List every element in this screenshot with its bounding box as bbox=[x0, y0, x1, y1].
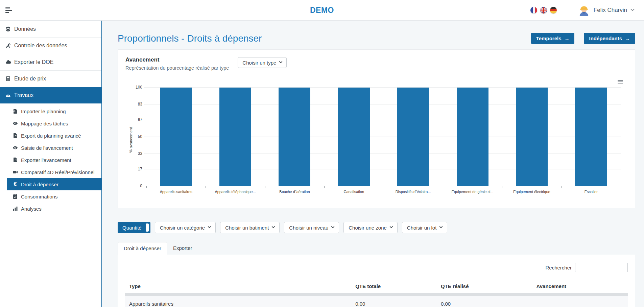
bar bbox=[516, 88, 548, 186]
sidebar-item-exporter-le-doe[interactable]: Exporter le DOE bbox=[0, 54, 101, 70]
sidebar-item-comparatif-4d-reel-previsionnel[interactable]: Comparatif 4D Réel/Prévisionnel bbox=[7, 166, 101, 178]
search-label: Rechercher bbox=[545, 265, 572, 270]
sidebar-menu: DonnéesControle des donnéesExporter le D… bbox=[0, 21, 101, 217]
user-menu[interactable]: Felix Charvin bbox=[578, 4, 634, 17]
bar bbox=[397, 88, 429, 186]
sidebar-item-export-du-planning-avance[interactable]: Export du planning avancé bbox=[7, 129, 101, 142]
sidebar-item-label: Export du planning avancé bbox=[21, 133, 81, 139]
header-row: TypeQTE totaleQTE réaliséAvancement bbox=[125, 279, 628, 293]
x-axis-tick bbox=[265, 186, 265, 188]
table-head: TypeQTE totaleQTE réaliséAvancement bbox=[125, 279, 628, 293]
sidebar-item-importer-le-planning[interactable]: Importer le planning bbox=[7, 105, 101, 117]
bar-chart: % avancement 01733506783100 Appareils sa… bbox=[125, 84, 627, 201]
independants-button[interactable]: Indépendants → bbox=[584, 33, 635, 44]
sidebar-item-consommations[interactable]: Consommations bbox=[7, 190, 101, 203]
cell-avancement bbox=[532, 296, 628, 307]
sidebar-item-donnees[interactable]: Données bbox=[0, 21, 101, 37]
sidebar-item-droit-a-depenser[interactable]: €Droit à dépenser bbox=[7, 178, 101, 190]
quantity-toggle-label: Quantité bbox=[122, 225, 142, 231]
caret-down-icon bbox=[208, 225, 211, 228]
sidebar-item-mappage-des-taches[interactable]: Mappage des tâches bbox=[7, 117, 101, 129]
sidebar-item-etude-de-prix[interactable]: Etude de prix bbox=[0, 70, 101, 87]
filter-select-choisir-un-niveau[interactable]: Choisir un niveau bbox=[284, 222, 339, 233]
flag-uk-icon[interactable] bbox=[540, 7, 547, 14]
tab-droit-a-depenser[interactable]: Droit à dépenser bbox=[118, 242, 167, 255]
sidebar-item-label: Droit à dépenser bbox=[21, 182, 58, 187]
flag-france-icon[interactable] bbox=[530, 7, 537, 14]
file-import-icon bbox=[13, 109, 18, 114]
bar bbox=[219, 88, 251, 186]
sidebar-item-travaux[interactable]: Travaux bbox=[0, 87, 101, 103]
bar-slot bbox=[502, 88, 561, 186]
x-axis-tick bbox=[206, 186, 206, 188]
hamburger-menu-icon[interactable] bbox=[5, 6, 13, 14]
sidebar-item-label: Travaux bbox=[14, 92, 33, 98]
sidebar-item-analyses[interactable]: Analyses bbox=[7, 203, 101, 215]
table-row[interactable]: Appareils sanitaires0,000,00 bbox=[125, 296, 628, 307]
caret-down-icon bbox=[439, 225, 443, 228]
table-spacer-row bbox=[125, 293, 628, 296]
bar-slot bbox=[384, 88, 443, 186]
arrow-right-icon: → bbox=[564, 36, 569, 41]
filter-select-label: Choisir une zone bbox=[349, 225, 387, 231]
filter-select-label: Choisir un batiment bbox=[225, 225, 269, 231]
type-select-dropdown[interactable]: Choisir un type bbox=[238, 57, 287, 68]
bar-slot bbox=[562, 88, 621, 186]
sidebar: DonnéesControle des donnéesExporter le D… bbox=[0, 21, 102, 307]
column-header-qte-realise: QTE réalisé bbox=[437, 279, 532, 293]
chart-x-labels: Appareils sanitairesAppareils téléphoniq… bbox=[146, 190, 621, 194]
bar-slot bbox=[324, 88, 383, 186]
x-axis-label: Appareils téléphonique... bbox=[206, 190, 265, 194]
bar-slot bbox=[146, 88, 206, 186]
chart-subtitle: Représentation du pourcentage réalisé pa… bbox=[125, 65, 229, 71]
x-axis-label: Canalisation bbox=[324, 190, 383, 194]
y-tick-label: 33 bbox=[138, 151, 142, 156]
y-tick-label: 0 bbox=[140, 184, 142, 188]
sidebar-item-exporter-l-avancement[interactable]: Exporter l'avancement bbox=[7, 154, 101, 166]
x-axis-label: Dispositifs d"éclaira... bbox=[384, 190, 443, 194]
quantity-toggle[interactable]: Quantité bbox=[118, 222, 150, 233]
sidebar-item-saisie-de-l-avancement[interactable]: Saisie de l'avancement bbox=[7, 142, 101, 154]
flag-germany-icon[interactable] bbox=[550, 7, 557, 14]
data-table: TypeQTE totaleQTE réaliséAvancement Appa… bbox=[125, 279, 628, 307]
filter-select-label: Choisir un niveau bbox=[289, 225, 328, 231]
y-tick-label: 50 bbox=[138, 135, 142, 139]
cloud-icon bbox=[5, 60, 11, 65]
chart-card: Avancement Représentation du pourcentage… bbox=[118, 49, 635, 208]
filter-select-choisir-un-lot[interactable]: Choisir un lot bbox=[402, 222, 448, 233]
chevron-down-icon bbox=[630, 7, 634, 11]
cell-qte_totale: 0,00 bbox=[351, 296, 437, 307]
filter-select-choisir-une-zone[interactable]: Choisir une zone bbox=[343, 222, 398, 233]
sidebar-item-label: Analyses bbox=[21, 206, 42, 212]
filter-selects: Choisir un catégorieChoisir un batimentC… bbox=[155, 222, 448, 233]
filter-row: Quantité Choisir un catégorieChoisir un … bbox=[118, 222, 635, 233]
chart-title: Avancement bbox=[125, 56, 229, 63]
temporels-button[interactable]: Temporels → bbox=[531, 33, 575, 44]
bar bbox=[338, 88, 370, 186]
tab-exporter[interactable]: Exporter bbox=[167, 242, 198, 255]
caret-down-icon bbox=[331, 225, 335, 228]
caret-down-icon bbox=[279, 60, 283, 63]
sidebar-item-label: Consommations bbox=[21, 194, 57, 199]
x-axis-tick bbox=[146, 186, 147, 188]
helmet-icon bbox=[5, 93, 11, 98]
filter-select-choisir-un-categorie[interactable]: Choisir un catégorie bbox=[155, 222, 216, 233]
caret-down-icon bbox=[389, 225, 393, 228]
sidebar-item-label: Mappage des tâches bbox=[21, 121, 68, 126]
table-spacer-cell bbox=[125, 293, 628, 296]
x-axis-tick bbox=[443, 186, 443, 188]
x-axis-tick bbox=[502, 186, 502, 188]
video-icon bbox=[13, 169, 18, 175]
chart-menu-icon[interactable] bbox=[618, 79, 623, 84]
filter-select-choisir-un-batiment[interactable]: Choisir un batiment bbox=[220, 222, 280, 233]
y-tick-label: 100 bbox=[136, 85, 142, 89]
search-input[interactable] bbox=[575, 263, 628, 272]
temporels-button-label: Temporels bbox=[536, 36, 562, 41]
bars bbox=[146, 88, 621, 186]
table-body: Appareils sanitaires0,000,00 bbox=[125, 293, 628, 307]
sidebar-item-label: Comparatif 4D Réel/Prévisionnel bbox=[21, 169, 95, 175]
bar bbox=[160, 88, 192, 186]
sidebar-item-label: Importer le planning bbox=[21, 109, 66, 114]
sidebar-item-controle-des-donnees[interactable]: Controle des données bbox=[0, 37, 101, 54]
type-select-label: Choisir un type bbox=[242, 60, 276, 66]
